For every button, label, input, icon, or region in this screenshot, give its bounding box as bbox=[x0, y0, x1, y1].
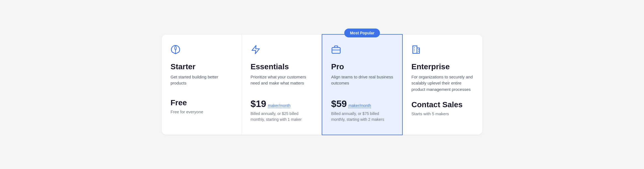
plan-description-starter: Get started building better products bbox=[171, 74, 233, 91]
briefcase-icon bbox=[331, 45, 343, 57]
plan-free-note-starter: Free for everyone bbox=[171, 109, 233, 114]
svg-rect-3 bbox=[413, 46, 417, 53]
plan-billing-note-essentials: Billed annually, or $25 billed monthly, … bbox=[251, 111, 313, 122]
price-unit-pro: maker/month bbox=[349, 103, 371, 108]
plan-name-pro: Pro bbox=[331, 62, 393, 71]
plan-price-block-essentials: $19 maker/month Billed annually, or $25 … bbox=[251, 98, 313, 122]
pricing-container: Starter Get started building better prod… bbox=[162, 35, 482, 135]
plan-price-main-pro: $59 maker/month bbox=[331, 98, 393, 109]
plan-card-pro: Most Popular Pro Align teams to drive re… bbox=[322, 34, 403, 135]
plan-contact-label-enterprise: Contact Sales bbox=[412, 100, 474, 109]
plan-contact-note-enterprise: Starts with 5 makers bbox=[412, 111, 474, 116]
leaf-icon bbox=[171, 45, 183, 57]
plan-billing-note-pro: Billed annually, or $75 billed monthly, … bbox=[331, 111, 393, 122]
plan-card-essentials: Essentials Prioritize what your customer… bbox=[242, 35, 322, 135]
rocket-icon bbox=[251, 45, 263, 57]
building-icon bbox=[412, 45, 424, 57]
plan-card-enterprise: Enterprise For organizations to securely… bbox=[403, 35, 483, 135]
svg-rect-1 bbox=[332, 47, 340, 53]
price-amount-essentials: $19 bbox=[251, 98, 266, 109]
plan-name-enterprise: Enterprise bbox=[412, 62, 474, 71]
plan-description-enterprise: For organizations to securely and scalab… bbox=[412, 74, 474, 93]
plan-name-starter: Starter bbox=[171, 62, 233, 71]
plan-description-pro: Align teams to drive real business outco… bbox=[331, 74, 393, 91]
plan-name-essentials: Essentials bbox=[251, 62, 313, 71]
plan-free-label-starter: Free bbox=[171, 98, 233, 107]
most-popular-badge: Most Popular bbox=[344, 29, 380, 37]
price-unit-essentials: maker/month bbox=[268, 103, 290, 108]
plan-card-starter: Starter Get started building better prod… bbox=[162, 35, 242, 135]
plan-price-block-pro: $59 maker/month Billed annually, or $75 … bbox=[331, 98, 393, 122]
price-amount-pro: $59 bbox=[331, 98, 347, 109]
plan-description-essentials: Prioritize what your customers need and … bbox=[251, 74, 313, 91]
plan-price-main-essentials: $19 maker/month bbox=[251, 98, 313, 109]
